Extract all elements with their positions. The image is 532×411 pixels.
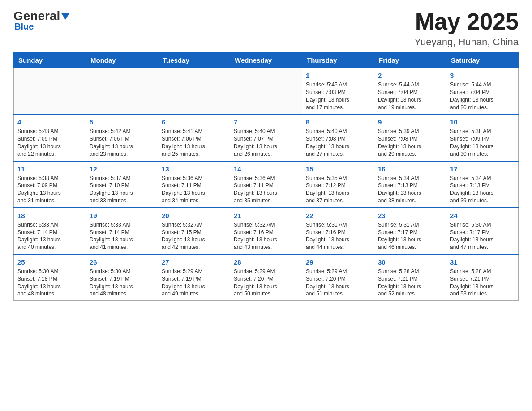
day-number: 6 <box>162 117 226 127</box>
day-info: Sunrise: 5:28 AM Sunset: 7:21 PM Dayligh… <box>378 268 442 298</box>
day-info: Sunrise: 5:34 AM Sunset: 7:13 PM Dayligh… <box>378 175 442 205</box>
calendar-day-cell: 3Sunrise: 5:44 AM Sunset: 7:04 PM Daylig… <box>446 68 519 115</box>
calendar-day-cell: 21Sunrise: 5:32 AM Sunset: 7:16 PM Dayli… <box>230 208 302 254</box>
calendar-day-cell: 16Sunrise: 5:34 AM Sunset: 7:13 PM Dayli… <box>374 161 446 208</box>
calendar-day-cell: 23Sunrise: 5:31 AM Sunset: 7:17 PM Dayli… <box>374 208 446 254</box>
calendar-day-cell: 31Sunrise: 5:28 AM Sunset: 7:21 PM Dayli… <box>446 254 519 301</box>
calendar-day-cell <box>158 68 230 115</box>
day-number: 13 <box>162 164 226 174</box>
day-info: Sunrise: 5:39 AM Sunset: 7:08 PM Dayligh… <box>378 128 442 158</box>
day-info: Sunrise: 5:37 AM Sunset: 7:10 PM Dayligh… <box>90 175 154 205</box>
day-info: Sunrise: 5:30 AM Sunset: 7:17 PM Dayligh… <box>450 221 515 251</box>
calendar-day-cell: 9Sunrise: 5:39 AM Sunset: 7:08 PM Daylig… <box>374 114 446 161</box>
day-info: Sunrise: 5:30 AM Sunset: 7:18 PM Dayligh… <box>17 268 82 298</box>
calendar-day-cell: 19Sunrise: 5:33 AM Sunset: 7:14 PM Dayli… <box>86 208 158 254</box>
calendar-day-cell: 10Sunrise: 5:38 AM Sunset: 7:09 PM Dayli… <box>446 114 519 161</box>
day-number: 20 <box>162 211 226 220</box>
day-number: 19 <box>90 211 154 220</box>
day-number: 25 <box>17 257 82 267</box>
day-info: Sunrise: 5:33 AM Sunset: 7:14 PM Dayligh… <box>90 221 154 251</box>
day-info: Sunrise: 5:36 AM Sunset: 7:11 PM Dayligh… <box>234 175 298 205</box>
day-info: Sunrise: 5:41 AM Sunset: 7:06 PM Dayligh… <box>162 128 226 158</box>
calendar-week-row: 4Sunrise: 5:43 AM Sunset: 7:05 PM Daylig… <box>14 114 519 161</box>
calendar-day-cell: 5Sunrise: 5:42 AM Sunset: 7:06 PM Daylig… <box>86 114 158 161</box>
day-number: 21 <box>234 211 298 220</box>
day-info: Sunrise: 5:42 AM Sunset: 7:06 PM Dayligh… <box>90 128 154 158</box>
calendar-week-row: 18Sunrise: 5:33 AM Sunset: 7:14 PM Dayli… <box>14 208 519 254</box>
calendar-day-cell: 24Sunrise: 5:30 AM Sunset: 7:17 PM Dayli… <box>446 208 519 254</box>
calendar-day-cell: 13Sunrise: 5:36 AM Sunset: 7:11 PM Dayli… <box>158 161 230 208</box>
day-info: Sunrise: 5:38 AM Sunset: 7:09 PM Dayligh… <box>17 175 82 205</box>
day-info: Sunrise: 5:36 AM Sunset: 7:11 PM Dayligh… <box>162 175 226 205</box>
calendar-day-cell: 1Sunrise: 5:45 AM Sunset: 7:03 PM Daylig… <box>302 68 374 115</box>
calendar-day-cell: 14Sunrise: 5:36 AM Sunset: 7:11 PM Dayli… <box>230 161 302 208</box>
calendar-day-cell: 30Sunrise: 5:28 AM Sunset: 7:21 PM Dayli… <box>374 254 446 301</box>
day-info: Sunrise: 5:33 AM Sunset: 7:14 PM Dayligh… <box>17 221 82 251</box>
day-number: 27 <box>162 257 226 267</box>
calendar-day-cell: 15Sunrise: 5:35 AM Sunset: 7:12 PM Dayli… <box>302 161 374 208</box>
logo-triangle-icon <box>61 13 70 20</box>
day-number: 12 <box>90 164 154 174</box>
day-number: 24 <box>450 211 515 220</box>
day-of-week-header: Tuesday <box>158 53 230 68</box>
month-year-title: May 2025 <box>415 9 519 34</box>
day-number: 18 <box>17 211 82 220</box>
calendar-day-cell <box>230 68 302 115</box>
day-number: 10 <box>450 117 515 127</box>
day-info: Sunrise: 5:44 AM Sunset: 7:04 PM Dayligh… <box>378 81 442 111</box>
day-info: Sunrise: 5:28 AM Sunset: 7:21 PM Dayligh… <box>450 268 515 298</box>
page-header: General Blue May 2025 Yueyang, Hunan, Ch… <box>13 9 519 48</box>
logo: General Blue <box>13 9 71 32</box>
day-number: 31 <box>450 257 515 267</box>
calendar-day-cell: 11Sunrise: 5:38 AM Sunset: 7:09 PM Dayli… <box>14 161 86 208</box>
day-info: Sunrise: 5:35 AM Sunset: 7:12 PM Dayligh… <box>306 175 370 205</box>
day-number: 23 <box>378 211 442 220</box>
day-number: 30 <box>378 257 442 267</box>
day-info: Sunrise: 5:31 AM Sunset: 7:17 PM Dayligh… <box>378 221 442 251</box>
day-number: 26 <box>90 257 154 267</box>
day-of-week-header: Saturday <box>446 53 519 68</box>
day-number: 15 <box>306 164 370 174</box>
calendar-day-cell: 22Sunrise: 5:31 AM Sunset: 7:16 PM Dayli… <box>302 208 374 254</box>
day-number: 28 <box>234 257 298 267</box>
day-number: 5 <box>90 117 154 127</box>
calendar-day-cell: 18Sunrise: 5:33 AM Sunset: 7:14 PM Dayli… <box>14 208 86 254</box>
day-number: 9 <box>378 117 442 127</box>
calendar-day-cell: 2Sunrise: 5:44 AM Sunset: 7:04 PM Daylig… <box>374 68 446 115</box>
calendar-day-cell: 4Sunrise: 5:43 AM Sunset: 7:05 PM Daylig… <box>14 114 86 161</box>
day-number: 4 <box>17 117 82 127</box>
days-of-week-row: SundayMondayTuesdayWednesdayThursdayFrid… <box>14 53 519 68</box>
day-info: Sunrise: 5:29 AM Sunset: 7:19 PM Dayligh… <box>162 268 226 298</box>
day-number: 29 <box>306 257 370 267</box>
day-number: 8 <box>306 117 370 127</box>
day-of-week-header: Sunday <box>14 53 86 68</box>
day-of-week-header: Monday <box>86 53 158 68</box>
calendar-week-row: 25Sunrise: 5:30 AM Sunset: 7:18 PM Dayli… <box>14 254 519 301</box>
calendar-day-cell: 12Sunrise: 5:37 AM Sunset: 7:10 PM Dayli… <box>86 161 158 208</box>
day-info: Sunrise: 5:32 AM Sunset: 7:16 PM Dayligh… <box>234 221 298 251</box>
day-number: 7 <box>234 117 298 127</box>
day-info: Sunrise: 5:43 AM Sunset: 7:05 PM Dayligh… <box>17 128 82 158</box>
day-of-week-header: Wednesday <box>230 53 302 68</box>
day-info: Sunrise: 5:38 AM Sunset: 7:09 PM Dayligh… <box>450 128 515 158</box>
calendar-day-cell: 29Sunrise: 5:29 AM Sunset: 7:20 PM Dayli… <box>302 254 374 301</box>
day-number: 17 <box>450 164 515 174</box>
day-info: Sunrise: 5:31 AM Sunset: 7:16 PM Dayligh… <box>306 221 370 251</box>
day-info: Sunrise: 5:29 AM Sunset: 7:20 PM Dayligh… <box>306 268 370 298</box>
day-of-week-header: Thursday <box>302 53 374 68</box>
day-of-week-header: Friday <box>374 53 446 68</box>
calendar-header: SundayMondayTuesdayWednesdayThursdayFrid… <box>14 53 519 68</box>
calendar-day-cell: 7Sunrise: 5:40 AM Sunset: 7:07 PM Daylig… <box>230 114 302 161</box>
day-info: Sunrise: 5:45 AM Sunset: 7:03 PM Dayligh… <box>306 81 370 111</box>
day-number: 1 <box>306 71 370 80</box>
logo-blue-text: Blue <box>14 21 34 32</box>
day-number: 3 <box>450 71 515 80</box>
day-info: Sunrise: 5:34 AM Sunset: 7:13 PM Dayligh… <box>450 175 515 205</box>
day-info: Sunrise: 5:40 AM Sunset: 7:08 PM Dayligh… <box>306 128 370 158</box>
calendar-day-cell: 25Sunrise: 5:30 AM Sunset: 7:18 PM Dayli… <box>14 254 86 301</box>
calendar-day-cell: 6Sunrise: 5:41 AM Sunset: 7:06 PM Daylig… <box>158 114 230 161</box>
calendar-body: 1Sunrise: 5:45 AM Sunset: 7:03 PM Daylig… <box>14 68 519 301</box>
calendar-day-cell <box>86 68 158 115</box>
day-info: Sunrise: 5:32 AM Sunset: 7:15 PM Dayligh… <box>162 221 226 251</box>
day-info: Sunrise: 5:40 AM Sunset: 7:07 PM Dayligh… <box>234 128 298 158</box>
